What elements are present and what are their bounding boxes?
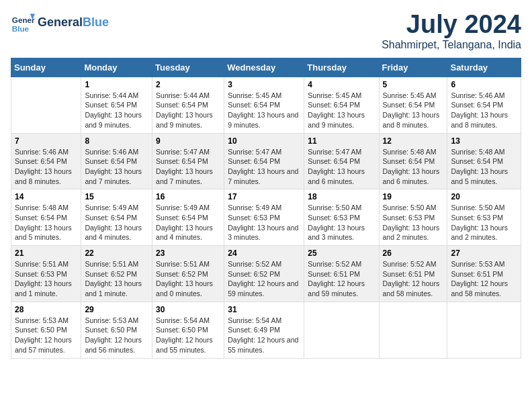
- day-header-thursday: Thursday: [304, 58, 379, 77]
- sunset-time: Sunset: 6:50 PM: [15, 326, 67, 334]
- calendar-cell: 21 Sunrise: 5:51 AM Sunset: 6:53 PM Dayl…: [11, 246, 81, 302]
- date-number: 23: [156, 248, 220, 258]
- sunrise-time: Sunrise: 5:50 AM: [383, 203, 437, 212]
- sunset-time: Sunset: 6:51 PM: [308, 270, 360, 278]
- calendar-cell: 12 Sunrise: 5:48 AM Sunset: 6:54 PM Dayl…: [379, 133, 447, 189]
- sunrise-time: Sunrise: 5:52 AM: [383, 260, 437, 268]
- date-number: 13: [451, 136, 517, 146]
- sunset-time: Sunset: 6:54 PM: [228, 157, 280, 165]
- daylight-hours: Daylight: 12 hours and 59 minutes.: [228, 279, 298, 298]
- sunrise-time: Sunrise: 5:53 AM: [15, 316, 69, 324]
- calendar-cell: 1 Sunrise: 5:44 AM Sunset: 6:54 PM Dayli…: [81, 77, 152, 133]
- sunset-time: Sunset: 6:54 PM: [156, 214, 208, 222]
- sunrise-time: Sunrise: 5:50 AM: [451, 203, 504, 212]
- calendar-cell: 3 Sunrise: 5:45 AM Sunset: 6:54 PM Dayli…: [224, 77, 304, 133]
- sunset-time: Sunset: 6:54 PM: [85, 101, 137, 109]
- sun-info: Sunrise: 5:48 AM Sunset: 6:54 PM Dayligh…: [383, 147, 444, 187]
- sunset-time: Sunset: 6:53 PM: [15, 270, 67, 278]
- calendar-cell: 15 Sunrise: 5:49 AM Sunset: 6:54 PM Dayl…: [81, 189, 152, 246]
- sunset-time: Sunset: 6:54 PM: [156, 101, 208, 109]
- date-number: 28: [15, 305, 77, 314]
- sunrise-time: Sunrise: 5:53 AM: [85, 316, 138, 324]
- calendar-cell: [11, 77, 81, 133]
- sunset-time: Sunset: 6:49 PM: [228, 326, 280, 334]
- header-row: SundayMondayTuesdayWednesdayThursdayFrid…: [11, 58, 521, 77]
- svg-text:Blue: Blue: [12, 24, 30, 33]
- week-row-4: 21 Sunrise: 5:51 AM Sunset: 6:53 PM Dayl…: [11, 246, 521, 302]
- daylight-hours: Daylight: 13 hours and 5 minutes.: [451, 167, 508, 185]
- calendar-cell: 13 Sunrise: 5:48 AM Sunset: 6:54 PM Dayl…: [447, 133, 521, 189]
- daylight-hours: Daylight: 13 hours and 7 minutes.: [85, 167, 142, 185]
- calendar-cell: 22 Sunrise: 5:51 AM Sunset: 6:52 PM Dayl…: [81, 246, 152, 302]
- day-header-wednesday: Wednesday: [224, 58, 304, 77]
- sunset-time: Sunset: 6:53 PM: [308, 214, 360, 222]
- sunset-time: Sunset: 6:54 PM: [228, 101, 280, 109]
- sunrise-time: Sunrise: 5:52 AM: [308, 260, 361, 268]
- date-number: 24: [228, 248, 300, 258]
- daylight-hours: Daylight: 12 hours and 59 minutes.: [308, 279, 365, 298]
- calendar-cell: 14 Sunrise: 5:48 AM Sunset: 6:54 PM Dayl…: [11, 189, 81, 246]
- daylight-hours: Daylight: 13 hours and 6 minutes.: [308, 167, 365, 185]
- daylight-hours: Daylight: 13 hours and 7 minutes.: [156, 167, 213, 185]
- sunrise-time: Sunrise: 5:45 AM: [383, 91, 437, 99]
- week-row-5: 28 Sunrise: 5:53 AM Sunset: 6:50 PM Dayl…: [11, 302, 521, 358]
- sunset-time: Sunset: 6:53 PM: [383, 214, 435, 222]
- sunrise-time: Sunrise: 5:50 AM: [308, 203, 361, 212]
- sunset-time: Sunset: 6:54 PM: [451, 101, 503, 109]
- sun-info: Sunrise: 5:50 AM Sunset: 6:53 PM Dayligh…: [451, 203, 517, 242]
- sunset-time: Sunset: 6:52 PM: [228, 270, 280, 278]
- sunrise-time: Sunrise: 5:54 AM: [228, 316, 281, 324]
- date-number: 17: [228, 192, 300, 201]
- calendar-cell: 6 Sunrise: 5:46 AM Sunset: 6:54 PM Dayli…: [447, 77, 521, 133]
- sun-info: Sunrise: 5:54 AM Sunset: 6:50 PM Dayligh…: [156, 316, 220, 355]
- daylight-hours: Daylight: 13 hours and 3 minutes.: [228, 224, 298, 242]
- calendar-cell: 19 Sunrise: 5:50 AM Sunset: 6:53 PM Dayl…: [379, 189, 447, 246]
- title-area: July 2024 Shahmirpet, Telangana, India: [382, 11, 521, 51]
- sun-info: Sunrise: 5:53 AM Sunset: 6:51 PM Dayligh…: [451, 259, 517, 299]
- sun-info: Sunrise: 5:44 AM Sunset: 6:54 PM Dayligh…: [85, 91, 148, 130]
- date-number: 3: [228, 80, 300, 89]
- calendar-cell: 26 Sunrise: 5:52 AM Sunset: 6:51 PM Dayl…: [379, 246, 447, 302]
- calendar-cell: 23 Sunrise: 5:51 AM Sunset: 6:52 PM Dayl…: [152, 246, 224, 302]
- daylight-hours: Daylight: 13 hours and 2 minutes.: [451, 224, 508, 242]
- sun-info: Sunrise: 5:51 AM Sunset: 6:52 PM Dayligh…: [85, 259, 148, 299]
- calendar-cell: 7 Sunrise: 5:46 AM Sunset: 6:54 PM Dayli…: [11, 133, 81, 189]
- sunset-time: Sunset: 6:54 PM: [308, 101, 360, 109]
- sunrise-time: Sunrise: 5:45 AM: [228, 91, 281, 99]
- date-number: 8: [85, 136, 148, 146]
- sun-info: Sunrise: 5:52 AM Sunset: 6:51 PM Dayligh…: [383, 259, 444, 299]
- sunrise-time: Sunrise: 5:46 AM: [85, 148, 138, 156]
- date-number: 14: [15, 192, 77, 201]
- daylight-hours: Daylight: 13 hours and 2 minutes.: [383, 224, 440, 242]
- sunset-time: Sunset: 6:54 PM: [383, 101, 435, 109]
- sun-info: Sunrise: 5:48 AM Sunset: 6:54 PM Dayligh…: [15, 203, 77, 242]
- day-header-monday: Monday: [81, 58, 152, 77]
- date-number: 2: [156, 80, 220, 89]
- daylight-hours: Daylight: 13 hours and 8 minutes.: [15, 167, 72, 185]
- sunset-time: Sunset: 6:51 PM: [451, 270, 503, 278]
- sun-info: Sunrise: 5:49 AM Sunset: 6:54 PM Dayligh…: [156, 203, 220, 242]
- daylight-hours: Daylight: 13 hours and 8 minutes.: [383, 111, 440, 129]
- sun-info: Sunrise: 5:48 AM Sunset: 6:54 PM Dayligh…: [451, 147, 517, 187]
- calendar-cell: [379, 302, 447, 358]
- logo-icon: General Blue: [11, 11, 35, 35]
- calendar-cell: [304, 302, 379, 358]
- calendar-cell: 4 Sunrise: 5:45 AM Sunset: 6:54 PM Dayli…: [304, 77, 379, 133]
- sun-info: Sunrise: 5:51 AM Sunset: 6:52 PM Dayligh…: [156, 259, 220, 299]
- logo: General Blue GeneralBlue: [11, 11, 109, 35]
- sunrise-time: Sunrise: 5:48 AM: [15, 203, 69, 212]
- calendar-cell: 8 Sunrise: 5:46 AM Sunset: 6:54 PM Dayli…: [81, 133, 152, 189]
- sunrise-time: Sunrise: 5:47 AM: [308, 148, 361, 156]
- daylight-hours: Daylight: 13 hours and 1 minute.: [15, 279, 72, 298]
- sunrise-time: Sunrise: 5:46 AM: [451, 91, 504, 99]
- sunrise-time: Sunrise: 5:49 AM: [156, 203, 210, 212]
- sunset-time: Sunset: 6:52 PM: [85, 270, 137, 278]
- date-number: 9: [156, 136, 220, 146]
- daylight-hours: Daylight: 13 hours and 4 minutes.: [85, 224, 142, 242]
- date-number: 1: [85, 80, 148, 89]
- day-header-friday: Friday: [379, 58, 447, 77]
- sunrise-time: Sunrise: 5:45 AM: [308, 91, 361, 99]
- calendar-cell: 11 Sunrise: 5:47 AM Sunset: 6:54 PM Dayl…: [304, 133, 379, 189]
- sun-info: Sunrise: 5:47 AM Sunset: 6:54 PM Dayligh…: [228, 147, 300, 187]
- sunset-time: Sunset: 6:54 PM: [15, 157, 67, 165]
